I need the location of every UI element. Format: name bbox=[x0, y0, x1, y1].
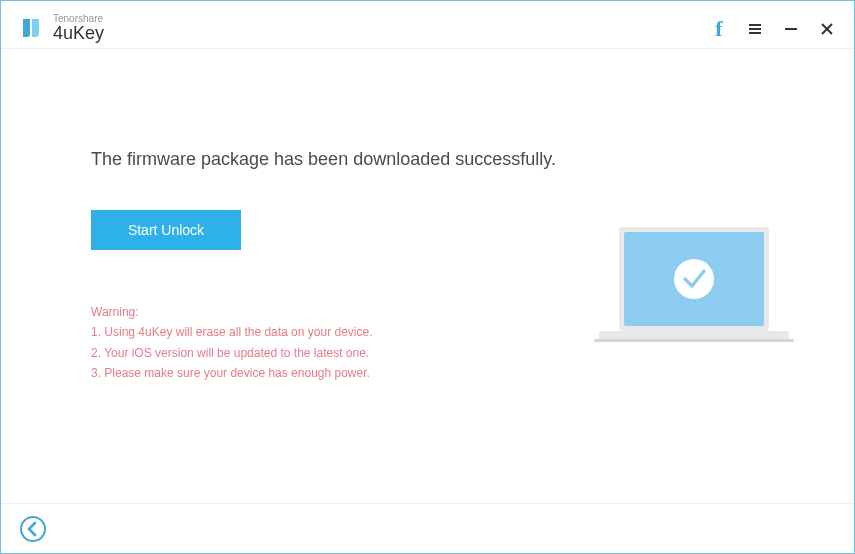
svg-point-10 bbox=[674, 259, 714, 299]
start-unlock-button[interactable]: Start Unlock bbox=[91, 210, 241, 250]
svg-point-11 bbox=[21, 517, 45, 541]
app-window: Tenorshare 4uKey f bbox=[0, 0, 855, 554]
headline: The firmware package has been downloaded… bbox=[91, 149, 764, 170]
brand: Tenorshare 4uKey bbox=[19, 14, 104, 43]
brand-product: 4uKey bbox=[53, 24, 104, 43]
close-icon[interactable] bbox=[818, 20, 836, 38]
svg-rect-7 bbox=[594, 339, 794, 342]
start-unlock-label: Start Unlock bbox=[128, 222, 204, 238]
brand-text: Tenorshare 4uKey bbox=[53, 14, 104, 43]
laptop-success-icon bbox=[594, 219, 794, 359]
footer-bar bbox=[1, 503, 854, 553]
title-bar: Tenorshare 4uKey f bbox=[1, 1, 854, 49]
app-logo-icon bbox=[19, 16, 43, 40]
warning-item: 3. Please make sure your device has enou… bbox=[91, 363, 764, 383]
facebook-icon[interactable]: f bbox=[710, 20, 728, 38]
back-button[interactable] bbox=[19, 515, 47, 543]
title-controls: f bbox=[710, 20, 836, 38]
content-area: The firmware package has been downloaded… bbox=[1, 49, 854, 503]
minimize-icon[interactable] bbox=[782, 20, 800, 38]
menu-icon[interactable] bbox=[746, 20, 764, 38]
